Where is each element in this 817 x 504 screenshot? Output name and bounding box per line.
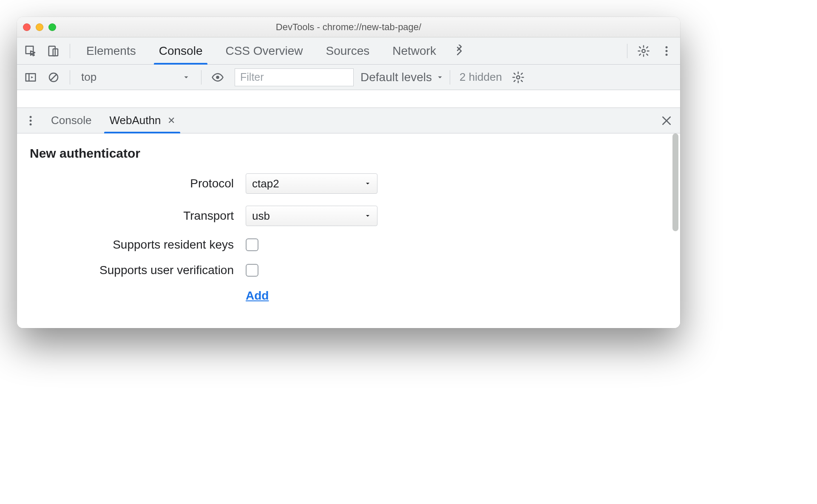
clear-console-icon[interactable] — [43, 67, 64, 88]
hidden-messages-count[interactable]: 2 hidden — [460, 71, 502, 84]
execution-context-select[interactable]: top — [76, 69, 195, 86]
chevron-down-icon — [364, 212, 371, 219]
drawer-tab-webauthn[interactable]: WebAuthn ✕ — [102, 108, 183, 133]
transport-label: Transport — [30, 209, 234, 223]
separator — [201, 70, 201, 85]
drawer-tab-console[interactable]: Console — [43, 108, 99, 133]
separator — [450, 70, 450, 85]
kebab-menu-icon[interactable] — [656, 41, 677, 61]
svg-rect-6 — [26, 74, 36, 81]
console-settings-gear-icon[interactable] — [508, 67, 528, 88]
svg-point-11 — [30, 119, 32, 122]
svg-point-8 — [216, 76, 219, 79]
tab-label: Console — [159, 44, 203, 58]
webauthn-panel: New authenticator Protocol ctap2 Transpo… — [17, 133, 680, 328]
devtools-main-tabs: Elements Console CSS Overview Sources Ne… — [17, 37, 680, 65]
svg-point-2 — [642, 49, 645, 53]
filter-placeholder: Filter — [240, 71, 264, 83]
title-bar: DevTools - chrome://new-tab-page/ — [17, 17, 680, 37]
protocol-select[interactable]: ctap2 — [246, 173, 377, 194]
user-verification-checkbox[interactable] — [246, 264, 258, 277]
svg-point-3 — [666, 46, 668, 48]
svg-rect-0 — [49, 46, 55, 56]
transport-row: Transport usb — [30, 206, 667, 226]
svg-point-10 — [30, 116, 32, 118]
drawer-tabs: Console WebAuthn ✕ — [17, 108, 680, 133]
tab-label: Network — [392, 44, 436, 58]
tab-label: Sources — [326, 44, 370, 58]
levels-label: Default levels — [360, 71, 432, 84]
protocol-row: Protocol ctap2 — [30, 173, 667, 194]
resident-keys-row: Supports resident keys — [30, 238, 667, 252]
tab-network[interactable]: Network — [382, 37, 446, 64]
protocol-value: ctap2 — [252, 177, 279, 190]
close-drawer-icon[interactable] — [656, 110, 677, 131]
console-output-area — [17, 90, 680, 108]
zoom-window-button[interactable] — [48, 23, 56, 31]
svg-point-12 — [30, 123, 32, 125]
new-authenticator-form: Protocol ctap2 Transport usb Supports re… — [30, 173, 667, 303]
tab-label: Elements — [86, 44, 136, 58]
more-tabs-icon[interactable] — [449, 41, 469, 61]
protocol-label: Protocol — [30, 177, 234, 190]
svg-point-5 — [666, 54, 668, 56]
inspect-element-icon[interactable] — [20, 41, 41, 61]
tab-console[interactable]: Console — [149, 37, 213, 64]
context-value: top — [81, 71, 96, 84]
tab-elements[interactable]: Elements — [76, 37, 146, 64]
scrollbar-thumb[interactable] — [672, 133, 678, 231]
traffic-lights — [23, 23, 56, 31]
live-expression-eye-icon[interactable] — [207, 67, 228, 88]
console-filter-input[interactable]: Filter — [235, 68, 354, 86]
device-toolbar-icon[interactable] — [43, 41, 64, 61]
drawer-tab-label: WebAuthn — [109, 114, 161, 127]
console-toolbar: top Filter Default levels 2 hidden — [17, 65, 680, 90]
chevron-down-icon — [182, 74, 190, 81]
drawer-kebab-menu-icon[interactable] — [20, 110, 41, 131]
tab-css-overview[interactable]: CSS Overview — [215, 37, 313, 64]
add-authenticator-button[interactable]: Add — [246, 289, 269, 303]
separator — [627, 44, 627, 58]
transport-select[interactable]: usb — [246, 206, 377, 226]
console-sidebar-toggle-icon[interactable] — [20, 67, 41, 88]
user-verification-label: Supports user verification — [30, 263, 234, 277]
svg-point-4 — [666, 50, 668, 52]
drawer-tab-label: Console — [51, 114, 91, 127]
separator — [70, 70, 70, 85]
resident-keys-checkbox[interactable] — [246, 238, 258, 251]
window-title: DevTools - chrome://new-tab-page/ — [17, 17, 680, 37]
svg-point-9 — [516, 76, 520, 79]
minimize-window-button[interactable] — [36, 23, 43, 31]
resident-keys-label: Supports resident keys — [30, 238, 234, 252]
close-tab-icon[interactable]: ✕ — [167, 115, 175, 126]
chevron-down-icon — [364, 180, 371, 187]
tab-label: CSS Overview — [225, 44, 303, 58]
devtools-window: DevTools - chrome://new-tab-page/ Elemen… — [17, 17, 680, 328]
panel-heading: New authenticator — [30, 146, 667, 161]
log-levels-select[interactable]: Default levels — [360, 71, 444, 84]
add-row: Add — [30, 289, 667, 303]
transport-value: usb — [252, 210, 270, 223]
chevron-down-icon — [436, 74, 444, 81]
settings-gear-icon[interactable] — [633, 41, 654, 61]
tab-sources[interactable]: Sources — [316, 37, 380, 64]
separator — [70, 44, 70, 58]
user-verification-row: Supports user verification — [30, 263, 667, 277]
close-window-button[interactable] — [23, 23, 31, 31]
